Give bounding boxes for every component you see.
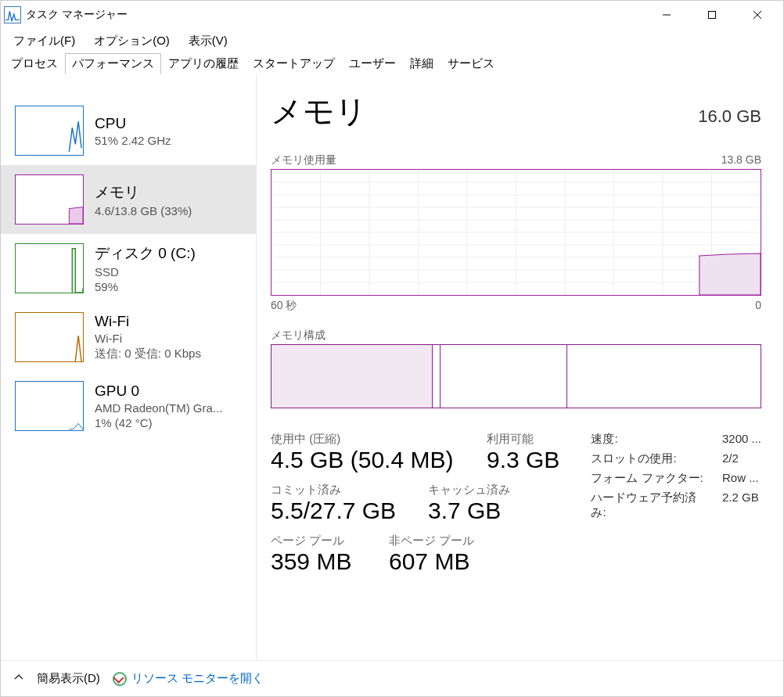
x-axis-left: 60 秒 [271, 299, 297, 313]
sidebar-item-memory[interactable]: メモリ 4.6/13.8 GB (33%) [1, 165, 256, 234]
form-value: Row ... [722, 471, 761, 486]
sidebar-memory-sub: 4.6/13.8 GB (33%) [95, 204, 192, 217]
tab-processes[interactable]: プロセス [4, 53, 65, 74]
paged-label: ページ プール [271, 534, 369, 548]
wifi-thumb-icon [15, 312, 84, 362]
cpu-thumb-icon [15, 106, 84, 156]
sidebar: CPU 51% 2.42 GHz メモリ 4.6/13.8 GB (33%) デ… [1, 74, 256, 660]
inuse-value: 4.5 GB (50.4 MB) [271, 447, 466, 473]
tab-bar: プロセス パフォーマンス アプリの履歴 スタートアップ ユーザー 詳細 サービス [1, 52, 783, 74]
sidebar-item-wifi[interactable]: Wi-Fi Wi-Fi 送信: 0 受信: 0 Kbps [1, 303, 256, 372]
nonpaged-value: 607 MB [389, 548, 474, 575]
tab-performance[interactable]: パフォーマンス [65, 53, 161, 74]
comp-seg-standby [441, 345, 568, 408]
commit-label: コミット済み [271, 483, 408, 498]
sidebar-wifi-sub1: Wi-Fi [95, 332, 201, 345]
statusbar: 簡易表示(D) リソース モニターを開く [1, 660, 783, 696]
close-button[interactable] [735, 1, 780, 29]
task-manager-icon [4, 6, 21, 23]
sidebar-gpu-title: GPU 0 [95, 383, 222, 400]
tab-apphistory[interactable]: アプリの履歴 [161, 53, 246, 74]
form-label: フォーム ファクター: [591, 471, 708, 486]
cache-label: キャッシュ済み [428, 483, 510, 498]
disk-thumb-icon [15, 243, 84, 293]
svg-rect-1 [709, 12, 716, 19]
tab-details[interactable]: 詳細 [403, 53, 441, 74]
sidebar-item-disk[interactable]: ディスク 0 (C:) SSD 59% [1, 234, 256, 303]
window-title: タスク マネージャー [26, 8, 644, 22]
avail-label: 利用可能 [487, 432, 559, 447]
memory-usage-graph[interactable] [271, 169, 761, 296]
comp-seg-inuse [272, 345, 433, 408]
avail-value: 9.3 GB [487, 447, 559, 473]
comp-seg-modified [433, 345, 440, 408]
resource-monitor-icon [113, 672, 127, 686]
menubar: ファイル(F) オプション(O) 表示(V) [1, 29, 783, 52]
sidebar-disk-sub1: SSD [95, 265, 196, 278]
usage-max-label: 13.8 GB [721, 153, 761, 167]
stats: 使用中 (圧縮) 4.5 GB (50.4 MB) 利用可能 9.3 GB コミ… [271, 432, 761, 584]
hwres-label: ハードウェア予約済み: [591, 490, 708, 520]
tab-users[interactable]: ユーザー [342, 53, 403, 74]
speed-label: 速度: [591, 432, 708, 447]
chevron-up-icon[interactable] [13, 672, 24, 685]
speed-value: 3200 ... [722, 432, 761, 447]
sidebar-wifi-sub2: 送信: 0 受信: 0 Kbps [95, 347, 201, 361]
inuse-label: 使用中 (圧縮) [271, 432, 466, 447]
svg-marker-4 [69, 207, 83, 224]
comp-seg-free [567, 345, 761, 408]
detail-heading: メモリ [271, 90, 367, 133]
menu-options[interactable]: オプション(O) [88, 32, 176, 50]
tab-services[interactable]: サービス [441, 53, 502, 74]
sidebar-disk-title: ディスク 0 (C:) [95, 243, 196, 264]
cache-value: 3.7 GB [428, 498, 510, 524]
gpu-thumb-icon [15, 381, 84, 431]
commit-value: 5.5/27.7 GB [271, 498, 408, 524]
open-resource-monitor-label: リソース モニターを開く [131, 671, 264, 686]
tab-startup[interactable]: スタートアップ [246, 53, 342, 74]
sidebar-cpu-sub: 51% 2.42 GHz [95, 134, 171, 147]
details-pane: メモリ 16.0 GB メモリ使用量 13.8 GB [256, 74, 783, 660]
maximize-button[interactable] [689, 1, 735, 29]
memory-composition-graph[interactable] [271, 344, 761, 408]
titlebar: タスク マネージャー [1, 1, 783, 29]
x-axis-right: 0 [755, 299, 761, 313]
nonpaged-label: 非ページ プール [389, 534, 474, 548]
hwres-value: 2.2 GB [722, 490, 761, 520]
paged-value: 359 MB [271, 548, 369, 575]
open-resource-monitor-link[interactable]: リソース モニターを開く [113, 671, 264, 686]
sidebar-cpu-title: CPU [95, 115, 171, 132]
minimize-button[interactable] [644, 1, 689, 29]
main: CPU 51% 2.42 GHz メモリ 4.6/13.8 GB (33%) デ… [1, 74, 783, 660]
menu-file[interactable]: ファイル(F) [7, 32, 81, 50]
sidebar-disk-sub2: 59% [95, 280, 196, 293]
composition-label: メモリ構成 [271, 329, 325, 343]
svg-marker-23 [699, 253, 761, 295]
window-controls [644, 1, 780, 29]
simple-view-button[interactable]: 簡易表示(D) [37, 671, 100, 686]
slots-label: スロットの使用: [591, 451, 708, 466]
slots-value: 2/2 [722, 451, 761, 466]
menu-view[interactable]: 表示(V) [182, 32, 234, 50]
sidebar-gpu-sub2: 1% (42 °C) [95, 416, 222, 429]
sidebar-item-cpu[interactable]: CPU 51% 2.42 GHz [1, 96, 256, 165]
sidebar-gpu-sub1: AMD Radeon(TM) Gra... [95, 401, 222, 415]
sidebar-wifi-title: Wi-Fi [95, 313, 201, 330]
stats-right: 速度: 3200 ... スロットの使用: 2/2 フォーム ファクター: Ro… [591, 432, 761, 520]
sidebar-memory-title: メモリ [95, 182, 192, 203]
detail-total: 16.0 GB [698, 106, 761, 127]
usage-label: メモリ使用量 [271, 153, 336, 167]
sidebar-item-gpu[interactable]: GPU 0 AMD Radeon(TM) Gra... 1% (42 °C) [1, 372, 256, 440]
memory-thumb-icon [15, 174, 84, 225]
